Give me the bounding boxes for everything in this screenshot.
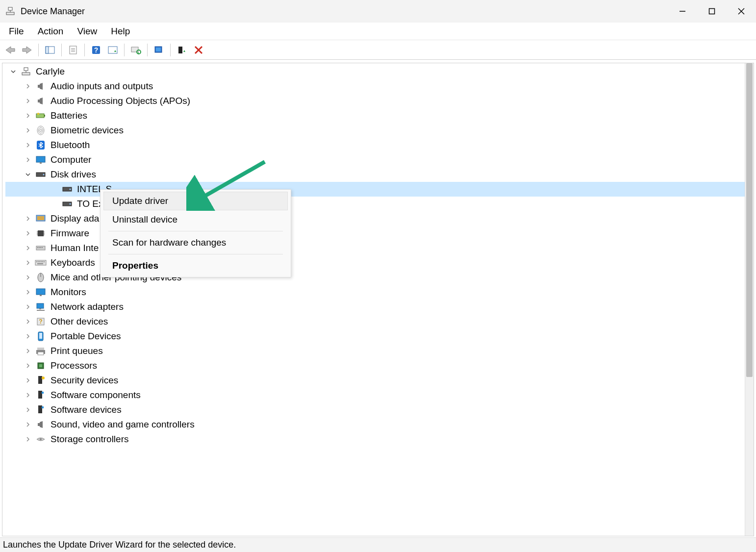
toolbar-back-button[interactable] <box>3 43 18 57</box>
svg-rect-10 <box>46 47 49 53</box>
svg-rect-76 <box>37 303 44 308</box>
tree-item-label: Computer <box>50 154 91 165</box>
tree-category-15[interactable]: Portable Devices <box>5 329 745 344</box>
toolbar-update-driver-button[interactable] <box>105 43 120 57</box>
tree-category-20[interactable]: Software devices <box>5 402 745 417</box>
tree-category-0[interactable]: Audio inputs and outputs <box>5 79 745 94</box>
chevron-right-icon[interactable] <box>23 96 33 106</box>
tree-item-label: Storage controllers <box>50 434 128 445</box>
menu-file[interactable]: File <box>2 23 31 40</box>
svg-point-40 <box>40 129 42 132</box>
scrollbar-thumb[interactable] <box>746 63 753 377</box>
chevron-right-icon[interactable] <box>23 405 33 415</box>
toolbar-help-button[interactable]: ? <box>89 43 103 57</box>
vertical-scrollbar[interactable] <box>745 63 754 536</box>
chevron-right-icon[interactable] <box>23 287 33 297</box>
toolbar-disable-device-button[interactable] <box>191 43 206 57</box>
chevron-down-icon[interactable] <box>23 170 33 179</box>
chevron-right-icon[interactable] <box>23 243 33 253</box>
svg-rect-85 <box>38 352 44 355</box>
context-uninstall-device[interactable]: Uninstall device <box>103 210 288 229</box>
chevron-right-icon[interactable] <box>23 214 33 224</box>
tree-category-22[interactable]: Storage controllers <box>5 432 745 447</box>
svg-rect-91 <box>42 392 44 394</box>
menu-action[interactable]: Action <box>31 23 71 40</box>
svg-text:?: ? <box>94 46 99 54</box>
chevron-right-icon[interactable] <box>23 302 33 312</box>
svg-marker-25 <box>183 50 185 52</box>
tree-category-13[interactable]: Network adapters <box>5 300 745 314</box>
tree-category-1[interactable]: Audio Processing Objects (APOs) <box>5 94 745 108</box>
keyboard-icon <box>35 257 47 269</box>
tree-item-label: Disk drives <box>50 169 96 180</box>
tree-category-18[interactable]: Security devices <box>5 373 745 388</box>
chevron-right-icon[interactable] <box>23 434 33 444</box>
svg-point-49 <box>70 203 71 205</box>
tree-item-label: Security devices <box>50 375 118 386</box>
tree-category-21[interactable]: Sound, video and game controllers <box>5 417 745 432</box>
toolbar-uninstall-device-button[interactable] <box>175 43 189 57</box>
tree-category-6[interactable]: Disk drives <box>5 167 745 182</box>
toolbar-scan-hardware-button[interactable] <box>128 43 143 57</box>
chevron-right-icon[interactable] <box>23 228 33 238</box>
storage-icon <box>35 433 47 445</box>
menu-view[interactable]: View <box>70 23 104 40</box>
chevron-right-icon[interactable] <box>23 258 33 268</box>
chevron-right-icon[interactable] <box>23 317 33 326</box>
svg-marker-34 <box>40 98 43 104</box>
chevron-right-icon[interactable] <box>23 376 33 385</box>
chevron-down-icon[interactable] <box>8 67 18 76</box>
svg-rect-51 <box>37 216 44 220</box>
chevron-right-icon[interactable] <box>23 361 33 371</box>
toolbar-forward-button[interactable] <box>20 43 34 57</box>
disk-icon <box>61 198 73 210</box>
context-properties[interactable]: Properties <box>103 256 288 275</box>
svg-text:?: ? <box>39 318 42 325</box>
chevron-right-icon[interactable] <box>23 331 33 341</box>
close-button[interactable] <box>727 0 756 23</box>
maximize-button[interactable] <box>697 0 727 23</box>
tree-item-label: Portable Devices <box>50 331 121 342</box>
tree-item-label: Display ada <box>50 213 99 224</box>
title-bar: Device Manager <box>0 0 756 23</box>
app-icon <box>5 6 16 17</box>
menu-help[interactable]: Help <box>104 23 137 40</box>
svg-point-47 <box>70 189 71 190</box>
chevron-right-icon[interactable] <box>23 390 33 400</box>
minimize-button[interactable] <box>668 0 697 23</box>
tree-category-14[interactable]: ?Other devices <box>5 314 745 329</box>
chevron-right-icon[interactable] <box>23 155 33 165</box>
tree-category-3[interactable]: Biometric devices <box>5 123 745 138</box>
svg-rect-60 <box>37 247 38 248</box>
tree-item-label: Software devices <box>50 404 122 415</box>
device-tree[interactable]: CarlyleAudio inputs and outputsAudio Pro… <box>5 64 745 536</box>
svg-rect-68 <box>41 261 42 262</box>
window-title: Device Manager <box>21 6 85 17</box>
svg-marker-8 <box>23 47 31 53</box>
printer-icon <box>35 345 47 357</box>
tree-category-16[interactable]: Print queues <box>5 344 745 358</box>
chevron-right-icon[interactable] <box>23 140 33 150</box>
tree-category-2[interactable]: Batteries <box>5 108 745 123</box>
chevron-right-icon[interactable] <box>23 81 33 91</box>
tree-category-5[interactable]: Computer <box>5 152 745 167</box>
tree-category-4[interactable]: Bluetooth <box>5 138 745 152</box>
toolbar-properties-button[interactable] <box>66 43 80 57</box>
tree-root[interactable]: Carlyle <box>5 64 745 79</box>
svg-rect-61 <box>39 247 40 248</box>
tree-item-label: Human Inte <box>50 243 99 253</box>
tree-category-17[interactable]: Processors <box>5 358 745 373</box>
chevron-right-icon[interactable] <box>23 111 33 121</box>
toolbar-console-button[interactable] <box>43 43 57 57</box>
context-update-driver[interactable]: Update driver <box>103 192 288 210</box>
chevron-right-icon[interactable] <box>23 346 33 356</box>
svg-marker-7 <box>6 47 15 53</box>
chevron-right-icon[interactable] <box>23 125 33 135</box>
chevron-right-icon[interactable] <box>23 420 33 429</box>
context-scan-hardware[interactable]: Scan for hardware changes <box>103 233 288 252</box>
toolbar-add-driver-button[interactable] <box>151 43 166 57</box>
tree-category-19[interactable]: Software components <box>5 388 745 402</box>
tree-item-label: Monitors <box>50 287 86 298</box>
tree-category-12[interactable]: Monitors <box>5 285 745 300</box>
chevron-right-icon[interactable] <box>23 273 33 282</box>
